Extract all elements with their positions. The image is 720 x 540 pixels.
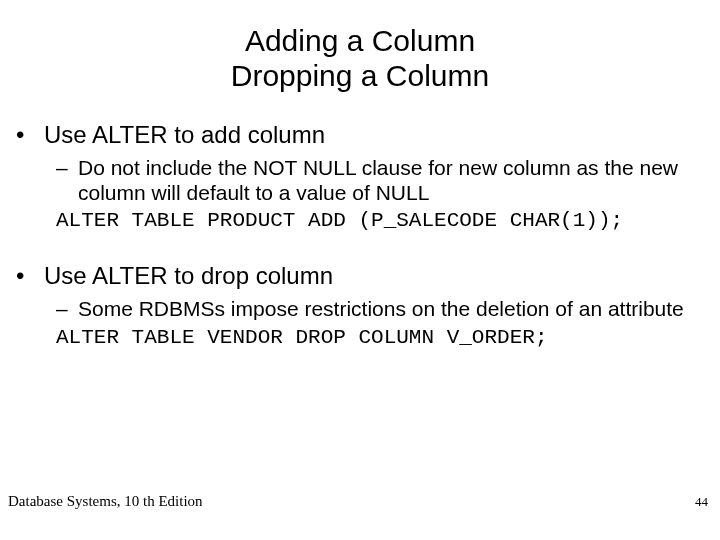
bullet-text: Use ALTER to drop column — [44, 262, 333, 290]
bullet-mark: • — [16, 121, 44, 149]
subbullet-text: Some RDBMSs impose restrictions on the d… — [78, 296, 684, 321]
dash-mark: – — [56, 155, 78, 205]
subbullet-add-note: – Do not include the NOT NULL clause for… — [16, 155, 712, 205]
title-line-2: Dropping a Column — [231, 59, 489, 92]
code-add-column: ALTER TABLE PRODUCT ADD (P_SALECODE CHAR… — [16, 209, 712, 232]
slide-title: Adding a Column Dropping a Column — [8, 24, 712, 93]
code-drop-column: ALTER TABLE VENDOR DROP COLUMN V_ORDER; — [16, 326, 712, 349]
dash-mark: – — [56, 296, 78, 321]
bullet-drop-column: • Use ALTER to drop column — [16, 262, 712, 290]
bullet-mark: • — [16, 262, 44, 290]
slide-body: • Use ALTER to add column – Do not inclu… — [8, 121, 712, 349]
subbullet-drop-note: – Some RDBMSs impose restrictions on the… — [16, 296, 712, 321]
title-line-1: Adding a Column — [245, 24, 475, 57]
bullet-add-column: • Use ALTER to add column — [16, 121, 712, 149]
bullet-text: Use ALTER to add column — [44, 121, 325, 149]
page-number: 44 — [695, 494, 708, 510]
subbullet-text: Do not include the NOT NULL clause for n… — [78, 155, 712, 205]
footer-text: Database Systems, 10 th Edition — [8, 493, 203, 510]
